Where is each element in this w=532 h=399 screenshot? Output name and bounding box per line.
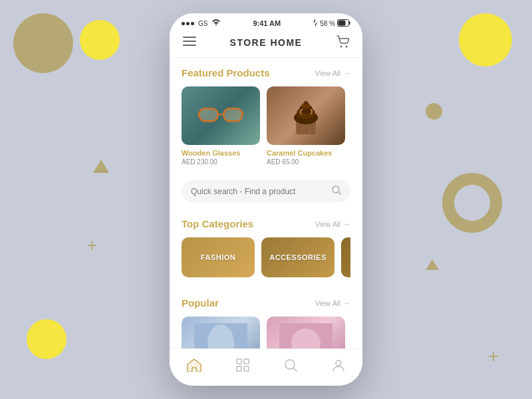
search-input[interactable] [191,187,327,196]
signal-dot-2 [186,22,190,25]
bottom-nav [170,348,362,386]
bg-ring-brown [442,173,502,233]
categories-view-all[interactable]: View All → [315,220,350,228]
cupcake-svg [289,94,323,138]
svg-point-7 [346,46,348,48]
bg-circle-brown [13,13,73,73]
bg-triangle-right [426,259,439,270]
svg-line-35 [294,368,297,372]
svg-rect-1 [349,21,350,25]
category-fashion-label: FASHION [201,253,235,261]
bg-triangle-left [93,160,109,173]
popular-arrow-icon: → [343,299,350,307]
nav-search[interactable] [276,356,305,378]
bg-circle-yellow-top [80,20,120,60]
categories-section: Top Categories View All → FASHION ACCESS… [170,209,362,288]
svg-point-21 [304,101,308,105]
popular-card-1[interactable] [182,317,260,348]
svg-rect-32 [237,366,241,371]
category-fashion[interactable]: FASHION [182,237,255,277]
bluetooth-icon [313,19,318,28]
carrier-text: GS [198,20,207,27]
glasses-svg [198,102,244,129]
arrow-right-icon: → [343,69,350,77]
app-content: Featured Products View All → [170,58,362,348]
svg-rect-3 [183,37,196,38]
nav-home[interactable] [179,356,209,378]
nav-grid[interactable] [228,356,257,378]
product-image-glasses [182,86,260,145]
category-accessories[interactable]: ACCESSORIES [261,237,334,277]
wifi-icon [211,19,221,27]
bg-plus-left: + [86,236,97,255]
popular-title: Popular [182,297,219,309]
svg-rect-4 [183,41,196,42]
category-accessories-label: ACCESSORIES [269,253,327,261]
svg-rect-31 [244,359,249,364]
popular-header: Popular View All → [182,297,350,309]
product-card-cupcakes[interactable]: Caramel Cupcakes AED 65.00 [267,86,345,166]
home-icon [187,358,201,375]
status-time: 9:41 AM [253,19,281,27]
svg-point-36 [336,360,341,366]
product-name-glasses: Wooden Glasses [182,149,260,157]
profile-icon [332,358,345,375]
categories-view-all-label: View All [315,220,340,228]
bg-plus-right-bottom: + [488,347,499,366]
signal-dot-3 [191,22,194,25]
cart-icon[interactable] [336,35,349,51]
product-price-cupcakes: AED 65.00 [267,158,345,166]
popular-image-2 [279,323,332,348]
search-nav-icon [284,358,297,375]
svg-rect-8 [200,108,218,121]
category-food[interactable]: FOOD &DRINK [341,237,350,277]
categories-title: Top Categories [182,218,253,229]
product-image-cupcakes [267,86,345,145]
svg-point-34 [285,360,295,369]
categories-arrow-icon: → [343,220,350,228]
signal-dot-1 [182,22,185,25]
search-bar [182,180,350,202]
battery-text: 58 % [320,20,335,27]
popular-view-all-label: View All [315,299,340,307]
nav-profile[interactable] [324,356,353,378]
status-left: GS [182,19,221,27]
featured-view-all[interactable]: View All → [315,69,350,77]
categories-header: Top Categories View All → [182,218,350,229]
svg-rect-33 [244,366,249,371]
products-list: Wooden Glasses AED 230.00 [182,86,350,171]
popular-section: Popular View All → [170,288,362,348]
app-header: STORE HOME [170,31,362,58]
svg-line-25 [338,192,340,194]
svg-rect-2 [338,20,346,25]
featured-header: Featured Products View All → [182,67,350,78]
search-section [170,176,362,209]
bg-circle-yellow-right [459,13,512,66]
featured-title: Featured Products [182,67,270,78]
product-price-glasses: AED 230.00 [182,158,260,166]
svg-point-6 [340,46,342,48]
product-card-glasses[interactable]: Wooden Glasses AED 230.00 [182,86,260,166]
featured-view-all-label: View All [315,69,340,77]
status-bar: GS 9:41 AM 58 % [170,13,362,31]
search-icon[interactable] [332,186,341,197]
popular-card-2[interactable] [267,317,345,348]
featured-section: Featured Products View All → [170,58,362,176]
popular-image-1 [194,323,247,348]
bg-circle-brown-small [426,103,442,120]
status-right: 58 % [313,19,350,28]
svg-rect-9 [223,108,242,121]
hamburger-icon[interactable] [183,35,196,51]
categories-list: FASHION ACCESSORIES FOOD &DRINK [182,237,350,283]
popular-list [182,317,350,348]
popular-view-all[interactable]: View All → [315,299,350,307]
signal-dots [182,22,194,25]
product-name-cupcakes: Caramel Cupcakes [267,149,345,157]
page-title: STORE HOME [230,37,303,48]
grid-icon [236,358,249,375]
bg-circle-yellow-bottom [27,319,66,359]
phone-frame: GS 9:41 AM 58 % STORE HOME [170,13,362,386]
svg-rect-30 [237,359,241,364]
svg-rect-5 [183,45,196,46]
battery-icon [337,19,350,28]
